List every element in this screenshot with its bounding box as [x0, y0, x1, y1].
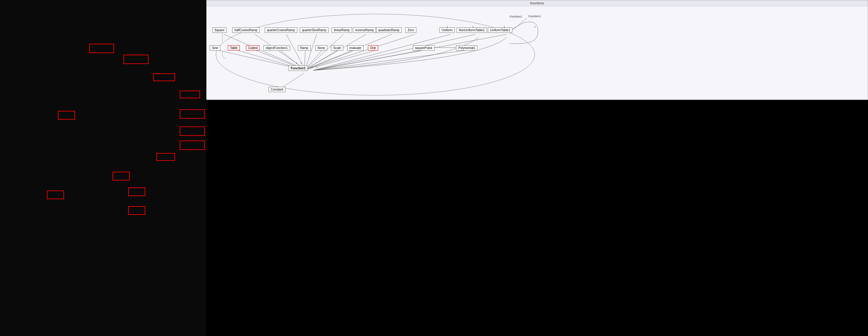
node-evaluate[interactable]: evaluate	[347, 45, 364, 51]
node-quadraticramp[interactable]: quadraticRamp	[376, 28, 402, 33]
node-sine[interactable]: Sine	[210, 45, 220, 51]
svg-text:1: 1	[296, 62, 298, 65]
node-halfcosineramp[interactable]: halfCosineRamp	[232, 28, 260, 33]
svg-text:1: 1	[311, 66, 313, 69]
node-square[interactable]: Square	[212, 28, 227, 33]
node-one[interactable]: One	[368, 45, 378, 51]
node-ramp[interactable]: Ramp	[298, 45, 311, 51]
svg-line-18	[313, 50, 425, 70]
svg-text:Function1: Function1	[529, 15, 541, 18]
svg-point-0	[216, 14, 535, 95]
red-box-2[interactable]	[123, 55, 149, 64]
svg-line-7	[307, 34, 392, 69]
red-box-3[interactable]	[153, 73, 175, 81]
svg-line-5	[306, 34, 343, 69]
svg-line-15	[306, 50, 338, 69]
node-none[interactable]: None	[315, 45, 327, 51]
node-objectfunction1[interactable]: objectFunction1	[264, 45, 290, 51]
diagram-area: functions	[206, 0, 868, 100]
red-box-1[interactable]	[89, 44, 114, 53]
svg-line-4	[305, 34, 317, 69]
svg-line-23	[282, 73, 304, 88]
function1-label-top: Function1	[510, 15, 522, 18]
svg-line-8	[308, 34, 415, 69]
red-box-8[interactable]	[180, 140, 205, 150]
svg-line-20	[313, 34, 451, 70]
right-panel	[206, 100, 868, 336]
red-box-11[interactable]	[128, 188, 145, 196]
svg-line-22	[315, 34, 507, 70]
red-box-10[interactable]	[113, 172, 130, 180]
svg-text:1: 1	[534, 25, 536, 28]
left-panel	[0, 0, 206, 336]
svg-line-2	[255, 34, 304, 69]
red-box-5[interactable]	[180, 109, 205, 119]
red-box-7[interactable]	[180, 127, 205, 136]
node-quarterSineRamp[interactable]: quarterSineRamp	[300, 28, 329, 33]
arrows-svg: Function1 1 1	[207, 6, 868, 99]
red-box-4[interactable]	[180, 91, 200, 98]
node-squarepulse[interactable]: squarePulse	[413, 45, 435, 51]
node-scale[interactable]: Scale	[331, 45, 343, 51]
svg-line-3	[286, 34, 305, 69]
node-uniformtable1[interactable]: UniformTable1	[488, 28, 512, 33]
svg-text:1: 1	[316, 66, 317, 69]
diagram-title: functions	[207, 0, 868, 6]
svg-line-1	[224, 34, 304, 69]
node-quartercosineramp[interactable]: quarterCosineRamp	[265, 28, 297, 33]
svg-line-21	[314, 34, 475, 70]
node-function1[interactable]: Function1	[288, 66, 308, 71]
node-table[interactable]: Table	[228, 45, 240, 51]
node-coded[interactable]: Coded	[246, 45, 259, 51]
node-constant[interactable]: Constant	[269, 87, 285, 92]
node-polynomial1[interactable]: Polynomial1	[456, 45, 477, 51]
node-reverseramp[interactable]: reverseRamp	[353, 28, 376, 33]
svg-text:1: 1	[300, 62, 302, 65]
svg-line-6	[307, 34, 366, 69]
node-uniform[interactable]: Uniform	[439, 28, 455, 33]
red-box-12[interactable]	[47, 191, 64, 199]
node-linearramp[interactable]: linearRamp	[332, 28, 352, 33]
svg-line-17	[307, 50, 377, 69]
svg-line-19	[314, 50, 469, 70]
svg-line-16	[306, 50, 355, 69]
node-zero[interactable]: Zero	[405, 28, 416, 33]
node-nonuniformtable1[interactable]: NonUniformTable1	[457, 28, 487, 33]
svg-line-25	[513, 18, 527, 30]
red-box-9[interactable]	[156, 153, 175, 161]
red-box-13[interactable]	[128, 206, 145, 215]
diagram-content: Function1 1 1	[207, 6, 868, 99]
red-box-6[interactable]	[58, 111, 75, 120]
